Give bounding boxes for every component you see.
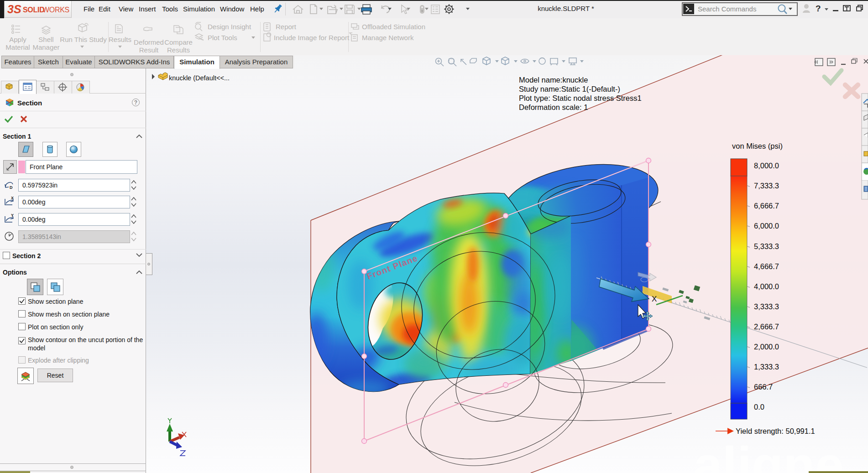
svg-text:Y: Y (11, 213, 14, 218)
svg-text:WORKS: WORKS (42, 6, 69, 14)
svg-text:0.0: 0.0 (754, 403, 764, 411)
svg-text:7,333.3: 7,333.3 (754, 182, 779, 190)
svg-text:2,666.7: 2,666.7 (754, 322, 779, 331)
svg-text:4,666.7: 4,666.7 (754, 262, 779, 270)
svg-text:3,333.3: 3,333.3 (754, 302, 779, 311)
svg-text:8,000.0: 8,000.0 (754, 161, 779, 170)
svg-text:knuckle (Default<<...: knuckle (Default<<... (169, 74, 230, 82)
svg-text:2,000.0: 2,000.0 (754, 343, 779, 351)
svg-text:D: D (10, 185, 13, 190)
svg-text:X: X (652, 295, 657, 303)
svg-text:Yield strength: 50,991.1: Yield strength: 50,991.1 (736, 427, 815, 435)
svg-text:3S: 3S (7, 3, 21, 16)
svg-text:666.7: 666.7 (754, 383, 773, 391)
svg-text:SOLID: SOLID (23, 6, 44, 14)
svg-text:X: X (11, 196, 14, 200)
svg-text:1,333.3: 1,333.3 (754, 363, 779, 371)
svg-text:Deformation scale: 1: Deformation scale: 1 (519, 103, 588, 111)
svg-text:4,000.0: 4,000.0 (754, 282, 779, 291)
svg-text:?: ? (816, 4, 821, 13)
svg-text:Plot type: Static nodal stress: Plot type: Static nodal stress Stress1 (519, 94, 642, 102)
svg-text:Model name:knuckle: Model name:knuckle (519, 76, 588, 84)
svg-text:6,666.7: 6,666.7 (754, 202, 779, 210)
svg-text:6,000.0: 6,000.0 (754, 222, 779, 230)
svg-text:von Mises (psi): von Mises (psi) (732, 142, 783, 150)
svg-text:5,333.3: 5,333.3 (754, 242, 779, 250)
svg-text:Study name:Static 1(-Default-): Study name:Static 1(-Default-) (519, 85, 620, 93)
svg-text:aligne: aligne (694, 437, 844, 473)
